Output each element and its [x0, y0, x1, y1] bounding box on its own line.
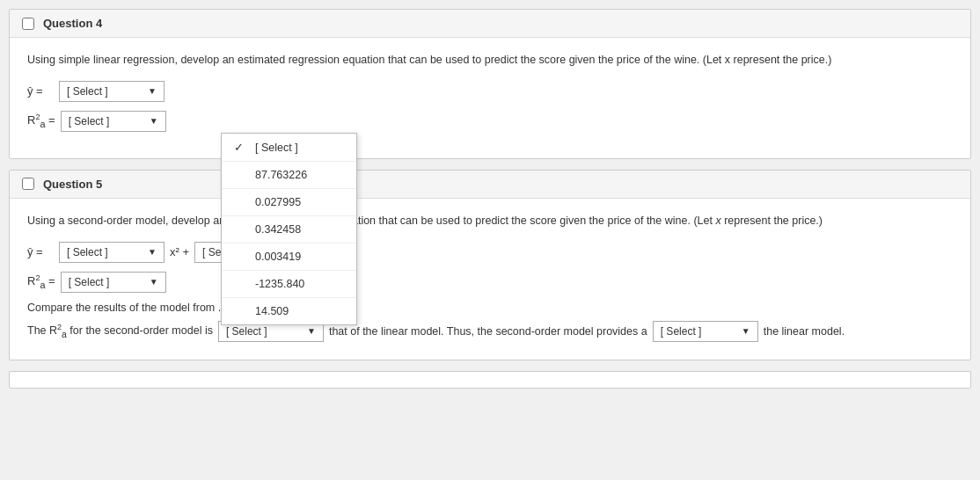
dropdown-item-4[interactable]: 0.003419 [222, 244, 356, 271]
question-5-checkbox[interactable] [22, 178, 34, 190]
dropdown-item-3-label: 0.342458 [255, 223, 301, 236]
fit-select[interactable]: [ Select ] ▼ [653, 321, 758, 342]
y-hat-label-q5: ŷ = [27, 245, 54, 258]
y-select-q4[interactable]: [ Select ] ▼ [59, 81, 165, 102]
dropdown-item-6-label: 14.509 [255, 305, 289, 317]
r2-label: R2a = [27, 113, 55, 129]
question-5-block: Question 5 Using a second-order model, d… [9, 170, 971, 360]
dropdown-item-5[interactable]: -1235.840 [222, 271, 356, 298]
r2-equation-row-q5: R2a = [ Select ] ▼ [27, 272, 953, 293]
dropdown-item-select-label: [ Select ] [255, 142, 298, 154]
fit-select-chevron: ▼ [742, 326, 750, 336]
question-5-text: Using a second-order model, develop an e… [27, 213, 953, 229]
x2-plus-label: x² + [170, 245, 189, 258]
question-4-checkbox[interactable] [22, 18, 34, 30]
question-4-header: Question 4 [10, 10, 970, 38]
dropdown-item-1[interactable]: 87.763226 [222, 162, 356, 189]
conclusion-sentence: The R2a for the second-order model is [ … [27, 321, 953, 342]
dropdown-item-1-label: 87.763226 [255, 169, 307, 181]
question-5-header: Question 5 [10, 171, 970, 199]
r2-select-q4[interactable]: [ Select ] ▼ [61, 111, 166, 132]
dropdown-item-select[interactable]: ✓ [ Select ] [222, 134, 356, 162]
question-5-text-end: on that can be used to predict the score… [363, 215, 823, 227]
dropdown-item-6[interactable]: 14.509 [222, 298, 356, 324]
dropdown-item-2-label: 0.027995 [255, 196, 301, 208]
question-5-title: Question 5 [43, 178, 102, 191]
y-select-q4-label: [ Select ] [67, 85, 108, 98]
footer-block [9, 371, 971, 389]
compare-text-start: Compare the results of the model from [27, 302, 215, 314]
r2-label-q5: R2a = [27, 273, 55, 290]
r2-equation-row: R2a = [ Select ] ▼ [27, 111, 953, 132]
r2-select-q5-label: [ Select ] [69, 276, 110, 288]
y-equation-row: ŷ = [ Select ] ▼ [27, 81, 953, 102]
compare-select-chevron: ▼ [307, 326, 316, 336]
check-icon: ✓ [234, 141, 248, 154]
y-select-q4-chevron: ▼ [148, 86, 157, 96]
r2-select-q5[interactable]: [ Select ] ▼ [61, 272, 166, 293]
question-4-block: Question 4 Using simple linear regressio… [9, 9, 971, 159]
sentence-end: the linear model. [764, 325, 845, 338]
r2-select-q4-label: [ Select ] [69, 115, 110, 127]
question-4-title: Question 4 [43, 17, 102, 30]
compare-text: Compare the results of the model from ..… [27, 302, 953, 314]
fit-select-label: [ Select ] [661, 325, 702, 338]
y-hat-label: ŷ = [27, 84, 54, 98]
dropdown-item-5-label: -1235.840 [255, 278, 304, 290]
y-equation-row-q5: ŷ = [ Select ] ▼ x² + [ Select ] ▼ [27, 242, 953, 263]
dropdown-item-2[interactable]: 0.027995 [222, 189, 356, 216]
dropdown-item-3[interactable]: 0.342458 [222, 216, 356, 244]
question-5-body: Using a second-order model, develop an e… [10, 199, 970, 360]
dropdown-item-4-label: 0.003419 [255, 251, 301, 263]
dropdown-q4: ✓ [ Select ] 87.763226 0.027995 0.342458 [221, 133, 357, 325]
question-4-body: Using simple linear regression, develop … [10, 38, 970, 158]
r2-select-q4-chevron: ▼ [150, 116, 158, 126]
sentence-mid: that of the linear model. Thus, the seco… [329, 325, 647, 338]
y-select-q5-label: [ Select ] [67, 246, 108, 258]
compare-select-label: [ Select ] [226, 325, 267, 338]
sentence-start: The R2a for the second-order model is [27, 323, 213, 339]
question-4-text: Using simple linear regression, develop … [27, 52, 953, 69]
r2-select-q5-chevron: ▼ [150, 277, 158, 287]
y-select-q5-chevron: ▼ [148, 247, 157, 257]
y-select-q5[interactable]: [ Select ] ▼ [59, 242, 165, 263]
